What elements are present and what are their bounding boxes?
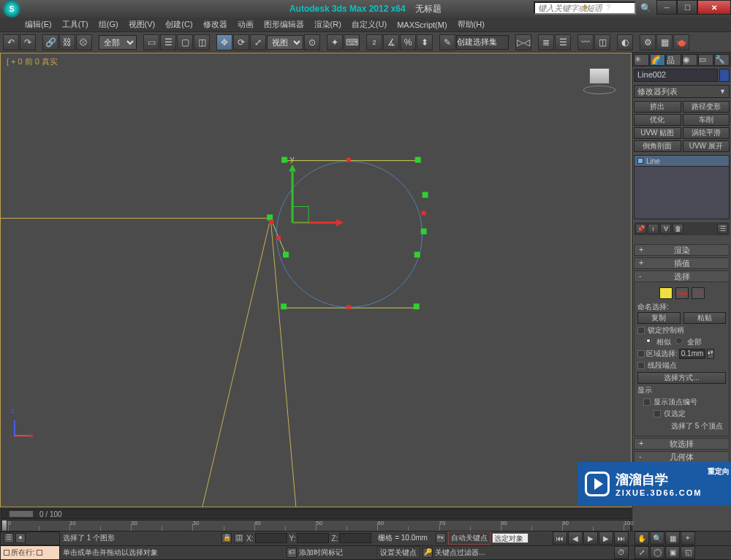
pin-stack-icon[interactable]: 📌 — [635, 224, 646, 234]
play-button[interactable]: ▶ — [583, 531, 598, 545]
menu-view[interactable]: 视图(V) — [124, 18, 160, 31]
rollout-interp[interactable]: +插值 — [634, 257, 730, 269]
undo-button[interactable]: ↶ — [3, 34, 19, 50]
object-color-swatch[interactable] — [719, 69, 730, 82]
move-button[interactable]: ✥ — [216, 34, 232, 50]
tab-modify[interactable]: 🌈 — [650, 54, 665, 66]
maximize-vp-button[interactable]: ▣ — [665, 546, 680, 559]
named-selset-combo[interactable] — [456, 35, 509, 50]
select-button[interactable]: ▭ — [143, 34, 159, 50]
remove-mod-icon[interactable]: 🗑 — [673, 224, 683, 234]
min-max-button[interactable]: ◱ — [681, 546, 695, 559]
curve-editor-button[interactable]: 〰 — [577, 34, 594, 50]
menu-group[interactable]: 组(G) — [94, 18, 123, 31]
keyboard-button[interactable]: ⌨ — [344, 34, 360, 50]
select-name-button[interactable]: ☰ — [160, 34, 176, 50]
viewcube-face[interactable] — [589, 68, 610, 84]
coord-y[interactable] — [297, 533, 329, 543]
area-select-value[interactable]: 0.1mm — [679, 349, 705, 359]
rollout-geom[interactable]: -几何体 — [634, 451, 730, 463]
maximize-button[interactable]: ☐ — [677, 0, 697, 15]
menu-maxscript[interactable]: MAXScript(M) — [393, 19, 451, 31]
area-spinner[interactable]: ▴▾ — [707, 349, 714, 359]
show-vnum-check[interactable] — [643, 398, 651, 406]
mod-uvwmap[interactable]: UVW 贴图 — [634, 127, 681, 139]
named-sel-edit-button[interactable]: ✎ — [439, 34, 455, 50]
unique-icon[interactable]: ∀ — [660, 224, 671, 234]
zoom-button[interactable]: 🔍 — [650, 531, 664, 545]
menu-tools[interactable]: 工具(T) — [58, 18, 93, 31]
seg-end-check[interactable] — [637, 362, 645, 369]
rollout-softsel[interactable]: +软选择 — [634, 438, 730, 450]
viewport-front[interactable]: [ + 0 前 0 真实 — [0, 53, 632, 507]
snap-angle-button[interactable]: ∡ — [383, 34, 399, 50]
rollout-render[interactable]: +渲染 — [634, 244, 730, 256]
time-thumb[interactable] — [9, 510, 34, 518]
mod-uvwunwrap[interactable]: UVW 展开 — [683, 140, 730, 152]
link-button[interactable]: 🔗 — [42, 34, 58, 50]
script-mini-button[interactable]: ☰ — [4, 533, 14, 543]
tab-hierarchy[interactable]: 品 — [666, 54, 681, 66]
close-button[interactable]: ✕ — [697, 0, 731, 15]
mod-optimize[interactable]: 优化 — [634, 114, 681, 126]
autokey-button[interactable]: 自动关键点 — [448, 531, 491, 545]
area-select-check[interactable] — [637, 350, 645, 357]
mod-bevelprof[interactable]: 倒角剖面 — [634, 140, 681, 152]
keytarget-combo[interactable]: 选定对象 — [492, 533, 529, 543]
stack-body[interactable] — [634, 167, 730, 219]
lock-sel-icon[interactable]: 🔒 — [221, 533, 232, 543]
menu-anim[interactable]: 动画 — [233, 18, 258, 31]
render-setup-button[interactable]: ⚙ — [640, 34, 656, 50]
schematic-button[interactable]: ◫ — [594, 34, 610, 50]
region-rect-button[interactable]: ▢ — [177, 34, 193, 50]
menu-help[interactable]: 帮助(H) — [453, 18, 489, 31]
unlink-button[interactable]: ⛓ — [59, 34, 75, 50]
key-big-icon[interactable]: 🔑 — [423, 548, 433, 558]
radio-all[interactable] — [675, 337, 683, 344]
goto-end-button[interactable]: ⏭ — [614, 531, 629, 545]
rollout-select[interactable]: -选择 — [634, 270, 730, 282]
timetag-button[interactable]: 🏷 — [287, 548, 297, 558]
zoom-ext-button[interactable]: ⤢ — [635, 546, 649, 559]
mod-lathe[interactable]: 车削 — [683, 114, 730, 126]
setkey-button[interactable]: 设置关键点 — [376, 546, 420, 559]
tab-motion[interactable]: ◉ — [682, 54, 697, 66]
fov-button[interactable]: ⌖ — [681, 531, 695, 545]
zoom-all-button[interactable]: ▦ — [665, 531, 680, 545]
viewcube[interactable] — [581, 68, 618, 105]
menu-custom[interactable]: 自定义(U) — [347, 18, 391, 31]
redo-button[interactable]: ↷ — [20, 34, 36, 50]
orbit-button[interactable]: ◯ — [650, 546, 664, 559]
addtime-label[interactable]: 添加时间标记 — [299, 548, 343, 558]
sublevel-vertex[interactable]: ∴ — [659, 287, 673, 299]
render-button[interactable]: 🫖 — [673, 34, 689, 50]
window-cross-button[interactable]: ◫ — [194, 34, 210, 50]
key-mode-icon[interactable]: 🗝 — [436, 533, 446, 543]
script-rec-button[interactable]: ● — [15, 533, 26, 543]
bind-button[interactable]: ⛒ — [76, 34, 92, 50]
copy-button[interactable]: 复制 — [637, 312, 681, 324]
prompt-line[interactable]: 所在行: — [0, 545, 60, 561]
modifier-list-dropdown[interactable]: 修改器列表▼ — [634, 85, 730, 98]
paste-button[interactable]: 粘贴 — [683, 312, 727, 324]
time-ruler[interactable]: 0102030405060708090100 — [1, 520, 631, 531]
timeconfig-button[interactable]: ⏱ — [614, 546, 629, 559]
tab-util[interactable]: 🔧 — [714, 54, 730, 66]
rendered-frame-button[interactable]: ▦ — [656, 34, 673, 50]
time-slider[interactable] — [1, 520, 7, 531]
coord-x[interactable] — [255, 533, 287, 543]
menu-create[interactable]: 创建(C) — [161, 18, 197, 31]
sublevel-spline[interactable]: 〜 — [692, 287, 705, 299]
help-icon[interactable]: ? — [606, 3, 610, 14]
manip-button[interactable]: ✦ — [327, 34, 343, 50]
keyfilter-button[interactable]: 关键点过滤器... — [435, 548, 485, 558]
snap-percent-button[interactable]: % — [400, 34, 416, 50]
configure-icon[interactable]: ☰ — [717, 224, 728, 234]
coord-z[interactable] — [339, 533, 371, 543]
time-scrollbar[interactable]: 0 / 100 — [1, 509, 631, 519]
align-button[interactable]: ≣ — [538, 34, 554, 50]
iso-sel-icon[interactable]: ◫ — [234, 533, 244, 543]
refcoord-dropdown[interactable]: 视图 — [267, 35, 303, 50]
object-name-input[interactable]: Line002 — [634, 69, 718, 82]
spinner-snap-button[interactable]: ⬍ — [417, 34, 433, 50]
